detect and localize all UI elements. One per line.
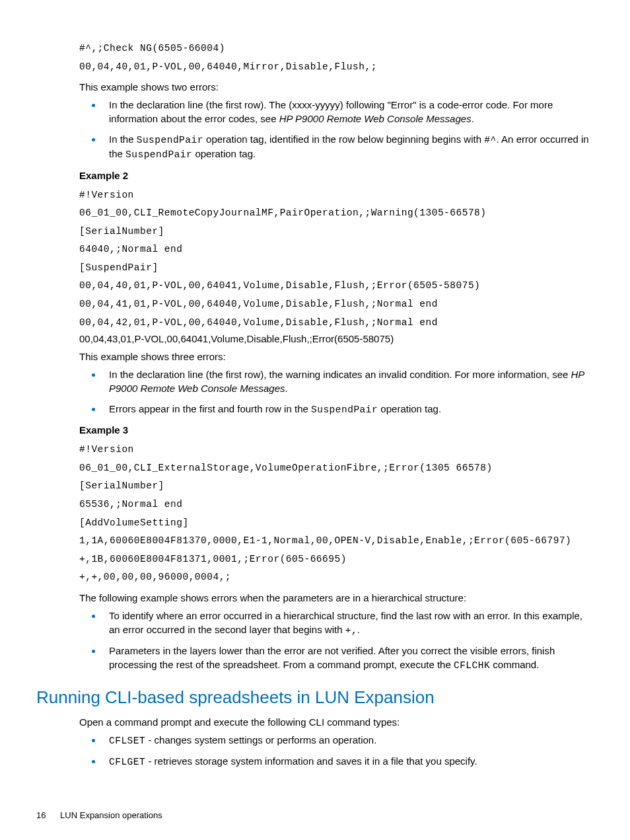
code-line: 00,04,42,01,P-VOL,00,64040,Volume,Disabl… bbox=[79, 314, 594, 332]
code-line: +,1B,60060E8004F81371,0001,;Error(605-66… bbox=[79, 551, 594, 569]
paragraph: This example shows three errors: bbox=[79, 350, 594, 363]
code-line: #^,;Check NG(6505-66004) bbox=[79, 40, 594, 58]
code-line: 65536,;Normal end bbox=[79, 496, 594, 514]
list-item: In the declaration line (the first row),… bbox=[102, 367, 594, 395]
code-line: 64040,;Normal end bbox=[79, 241, 594, 259]
list-item: CFLGET - retrieves storage system inform… bbox=[102, 754, 594, 769]
list-item: Errors appear in the first and fourth ro… bbox=[102, 402, 594, 416]
code-line: #!Version bbox=[79, 186, 594, 205]
code-line: [SerialNumber] bbox=[79, 477, 594, 496]
code-line: 1,1A,60060E8004F81370,0000,E1-1,Normal,0… bbox=[79, 532, 594, 551]
code-line-sans: 00,04,43,01,P-VOL,00,64041,Volume,Disabl… bbox=[79, 332, 594, 346]
section-title: Running CLI-based spreadsheets in LUN Ex… bbox=[36, 685, 594, 709]
code-block-3: #!Version 06_01_00,CLI_ExternalStorage,V… bbox=[79, 441, 594, 586]
example-3-header: Example 3 bbox=[79, 423, 594, 437]
bullet-list: In the declaration line (the first row).… bbox=[89, 98, 594, 162]
code-block-1: #^,;Check NG(6505-66004) 00,04,40,01,P-V… bbox=[79, 40, 594, 76]
code-line: 06_01_00,CLI_RemoteCopyJournalMF,PairOpe… bbox=[79, 204, 594, 223]
paragraph: Open a command prompt and execute the fo… bbox=[79, 715, 594, 729]
list-item: In the declaration line (the first row).… bbox=[102, 98, 594, 126]
code-line: [AddVolumeSetting] bbox=[79, 514, 594, 533]
code-line: 00,04,40,01,P-VOL,00,64041,Volume,Disabl… bbox=[79, 277, 594, 295]
code-line: 06_01_00,CLI_ExternalStorage,VolumeOpera… bbox=[79, 459, 594, 478]
paragraph: The following example shows errors when … bbox=[79, 591, 594, 605]
list-item: Parameters in the layers lower than the … bbox=[102, 644, 594, 672]
code-line: [SuspendPair] bbox=[79, 259, 594, 278]
code-line: #!Version bbox=[79, 441, 594, 459]
bullet-list: CFLSET - changes system settings or perf… bbox=[89, 733, 594, 769]
bullet-list: In the declaration line (the first row),… bbox=[89, 367, 594, 416]
code-line: +,+,00,00,00,96000,0004,; bbox=[79, 568, 594, 587]
code-line: 00,04,40,01,P-VOL,00,64040,Mirror,Disabl… bbox=[79, 58, 594, 77]
code-block-2: #!Version 06_01_00,CLI_RemoteCopyJournal… bbox=[79, 186, 594, 332]
list-item: To identify where an error occurred in a… bbox=[102, 609, 594, 637]
list-item: In the SuspendPair operation tag, identi… bbox=[102, 132, 594, 162]
example-2-header: Example 2 bbox=[79, 169, 594, 182]
bullet-list: To identify where an error occurred in a… bbox=[89, 609, 594, 673]
list-item: CFLSET - changes system settings or perf… bbox=[102, 733, 594, 747]
code-line: [SerialNumber] bbox=[79, 223, 594, 241]
paragraph: This example shows two errors: bbox=[79, 80, 594, 94]
code-line: 00,04,41,01,P-VOL,00,64040,Volume,Disabl… bbox=[79, 295, 594, 314]
